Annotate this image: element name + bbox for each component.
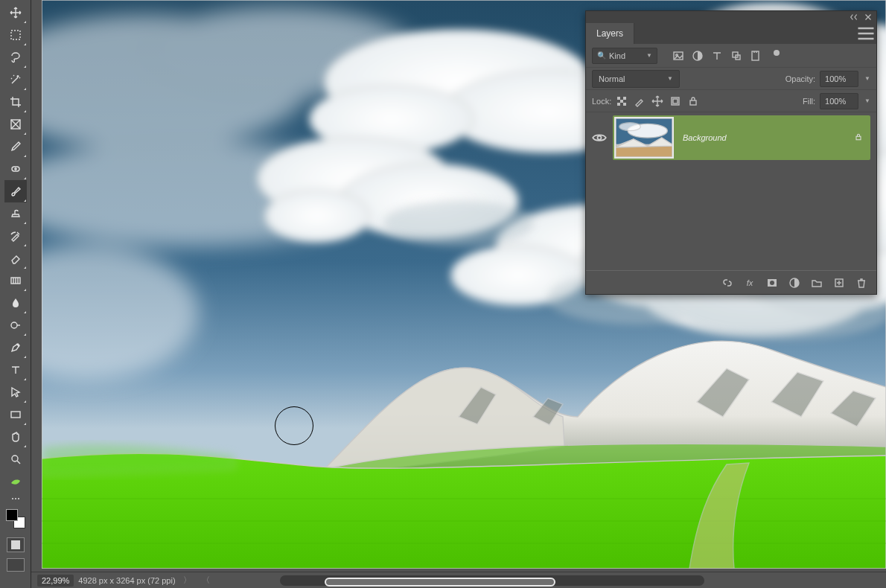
filter-smart-icon[interactable] <box>750 50 762 62</box>
opacity-field[interactable]: 100% <box>820 71 858 87</box>
tab-layers[interactable]: Layers <box>586 23 634 44</box>
status-bar: 22,99% 4928 px x 3264 px (72 ppi) 〉 〈 <box>31 572 886 588</box>
svg-point-52 <box>770 281 774 285</box>
chevron-down-icon: ▼ <box>646 52 652 59</box>
clone-stamp-tool[interactable] <box>4 202 27 225</box>
collapse-panel-icon[interactable] <box>850 12 860 22</box>
screen-mode-button[interactable] <box>7 558 25 572</box>
history-brush-tool[interactable] <box>4 225 27 247</box>
panel-menu-icon[interactable] <box>855 23 876 44</box>
lasso-tool[interactable] <box>4 46 27 68</box>
chevron-down-icon[interactable]: ▼ <box>864 98 870 104</box>
frame-tool[interactable] <box>4 113 27 135</box>
svg-point-4 <box>11 322 17 328</box>
visibility-toggle-icon[interactable] <box>592 130 607 145</box>
lock-pixels-icon[interactable] <box>634 95 646 107</box>
move-tool[interactable] <box>4 1 27 24</box>
close-panel-icon[interactable] <box>863 12 873 22</box>
adjustment-layer-icon[interactable] <box>788 277 800 289</box>
gradient-tool[interactable] <box>4 269 27 292</box>
lock-artboard-icon[interactable] <box>669 95 681 107</box>
filter-shape-icon[interactable] <box>730 50 742 62</box>
filter-toggle-icon[interactable] <box>774 50 780 56</box>
type-tool[interactable] <box>4 359 27 381</box>
magic-wand-tool[interactable] <box>4 68 27 91</box>
svg-rect-44 <box>673 99 678 103</box>
chevron-down-icon[interactable]: ▼ <box>864 75 870 82</box>
new-layer-icon[interactable] <box>833 277 845 289</box>
svg-rect-50 <box>856 136 861 140</box>
svg-point-20 <box>265 190 369 242</box>
add-mask-icon[interactable] <box>766 277 778 289</box>
svg-rect-45 <box>690 100 696 105</box>
scrollbar-thumb[interactable] <box>325 578 555 587</box>
fill-label: Fill: <box>803 97 815 106</box>
svg-rect-37 <box>752 51 759 60</box>
layer-filter-kind[interactable]: 🔍 Kind ▼ <box>592 48 657 64</box>
layer-name[interactable]: Background <box>683 133 854 142</box>
crop-tool[interactable] <box>4 91 27 113</box>
group-icon[interactable] <box>811 277 823 289</box>
svg-rect-41 <box>617 103 620 106</box>
marquee-tool[interactable] <box>4 24 27 46</box>
svg-rect-39 <box>623 97 626 100</box>
dodge-tool[interactable] <box>4 314 27 336</box>
svg-point-49 <box>619 123 641 131</box>
opacity-label: Opacity: <box>785 74 815 83</box>
dots-tool[interactable] <box>4 493 27 505</box>
horizontal-scrollbar[interactable] <box>280 575 704 586</box>
lock-label: Lock: <box>592 97 611 106</box>
status-next-arrow[interactable]: 〉 <box>180 575 194 586</box>
filter-type-icon[interactable] <box>711 50 723 62</box>
blend-mode-value: Normal <box>599 74 625 83</box>
hand-tool[interactable] <box>4 426 27 448</box>
quick-mask-toggle[interactable] <box>7 537 25 552</box>
svg-rect-5 <box>11 412 20 418</box>
status-prev-arrow[interactable]: 〈 <box>199 575 213 586</box>
brush-tool[interactable] <box>4 180 27 202</box>
lock-transparency-icon[interactable] <box>616 95 628 107</box>
svg-point-9 <box>18 498 19 499</box>
search-icon: 🔍 <box>597 51 606 60</box>
blend-mode-dropdown[interactable]: Normal ▼ <box>592 70 680 88</box>
rectangle-tool[interactable] <box>4 403 27 426</box>
zoom-tool[interactable] <box>4 448 27 470</box>
layer-lock-icon[interactable] <box>854 132 863 143</box>
chevron-down-icon: ▼ <box>667 75 673 82</box>
healing-brush-tool[interactable] <box>4 158 27 180</box>
svg-rect-0 <box>11 31 20 39</box>
delete-layer-icon[interactable] <box>855 277 867 289</box>
edit-toolbar[interactable] <box>4 470 27 493</box>
svg-point-29 <box>384 201 533 246</box>
layer-list: Background <box>586 112 876 270</box>
svg-point-8 <box>15 498 16 499</box>
eraser-tool[interactable] <box>4 247 27 269</box>
layer-fx-icon[interactable]: fx <box>744 277 756 289</box>
svg-rect-40 <box>620 100 623 103</box>
blur-tool[interactable] <box>4 292 27 314</box>
svg-rect-42 <box>623 103 626 106</box>
filter-adjustment-icon[interactable] <box>692 50 704 62</box>
eyedropper-tool[interactable] <box>4 135 27 158</box>
zoom-level[interactable]: 22,99% <box>37 575 74 587</box>
foreground-swatch[interactable] <box>6 509 18 521</box>
opacity-value: 100% <box>825 74 846 83</box>
document-dimensions: 4928 px x 3264 px (72 ppi) <box>78 576 175 585</box>
color-swatches[interactable] <box>4 508 27 530</box>
tools-toolbar <box>0 0 31 588</box>
layers-panel: Layers 🔍 Kind ▼ Normal ▼ Opacity: 100% ▼ <box>585 10 877 295</box>
filter-pixel-icon[interactable] <box>672 50 684 62</box>
svg-point-6 <box>12 456 18 461</box>
lock-position-icon[interactable] <box>651 95 663 107</box>
layer-row[interactable]: Background <box>592 115 870 160</box>
layer-thumbnail[interactable] <box>614 117 674 159</box>
kind-label: Kind <box>609 51 625 60</box>
svg-point-46 <box>598 136 602 140</box>
pen-tool[interactable] <box>4 336 27 359</box>
link-layers-icon[interactable] <box>721 277 733 289</box>
fill-field[interactable]: 100% <box>820 93 858 109</box>
lock-all-icon[interactable] <box>687 95 699 107</box>
svg-rect-38 <box>617 97 620 100</box>
path-selection-tool[interactable] <box>4 381 27 403</box>
svg-point-7 <box>12 498 13 499</box>
